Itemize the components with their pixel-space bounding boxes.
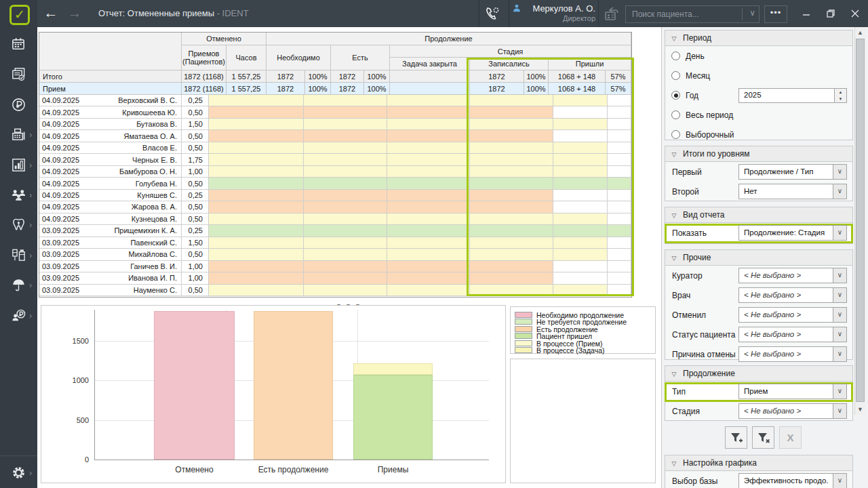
phone-calls-icon[interactable] <box>484 5 500 22</box>
table-row[interactable]: 04.09.2025Кузнецова Я.0,50 <box>39 214 631 225</box>
bar-В процессе (Прием) <box>353 363 433 375</box>
column-header: Необходимо <box>267 45 331 70</box>
table-row[interactable]: 04.09.2025Голубева Н.0,50 <box>39 178 631 189</box>
status-cell <box>470 190 553 201</box>
status-cell <box>209 272 304 283</box>
panel-scrollbar[interactable]: ▲ ▼ <box>854 27 865 415</box>
table-row[interactable]: 03.09.2025Ганичев В. И.1,00 <box>39 261 631 272</box>
search-more-button[interactable]: ••• <box>764 5 787 23</box>
visit-notes-icon <box>11 66 26 82</box>
sidebar-item-insurance-umbrella[interactable]: › <box>0 274 37 297</box>
section-header-other[interactable]: ▽Прочие <box>665 250 852 266</box>
dropdown-Показать[interactable]: Продолжение: Стадия∨ <box>738 225 847 241</box>
scrollbar-thumb[interactable] <box>856 39 865 402</box>
table-row[interactable]: 03.09.2025Павенский С.1,50 <box>39 237 631 249</box>
close-button[interactable] <box>844 0 867 27</box>
sidebar-item-tooth[interactable]: › <box>0 214 37 237</box>
section-header-continuation[interactable]: ▽Продолжение <box>665 366 852 382</box>
dropdown-value: < Не выбрано > <box>744 407 801 415</box>
sidebar: ››››››› › <box>0 27 37 488</box>
search-input[interactable] <box>631 7 738 21</box>
dropdown-Статус пациента[interactable]: < Не выбрано >∨ <box>738 327 847 342</box>
dropdown-Отменил[interactable]: < Не выбрано >∨ <box>738 307 847 323</box>
dropdown-Выбор базы[interactable]: Эффективность продо...∨ <box>738 473 847 488</box>
report-title: Отчет: Отмененные приемы <box>98 8 214 18</box>
radio-unselected[interactable] <box>671 130 680 139</box>
chevron-down-icon[interactable]: ∨ <box>749 8 755 18</box>
sidebar-item-calendar[interactable] <box>0 33 37 56</box>
summary-cell: 57% <box>606 70 631 83</box>
sidebar-item-reports[interactable]: › <box>0 154 37 177</box>
column-header: Записались <box>470 58 549 70</box>
dropdown-Куратор[interactable]: < Не выбрано >∨ <box>738 268 847 283</box>
chart-legend: Необходимо продолжениеНе требуется продо… <box>510 306 656 354</box>
appointment-date: 04.09.2025 <box>39 96 79 104</box>
sidebar-item-payments-ruble[interactable] <box>0 94 37 117</box>
dropdown-Второй[interactable]: Нет∨ <box>738 184 847 199</box>
table-row[interactable]: 04.09.2025Верховский В. С.0,25 <box>39 95 631 106</box>
date-patient-cell: 04.09.2025Власов Е. <box>39 142 182 153</box>
table-row[interactable]: 03.09.2025Иванова И. П.1,00 <box>39 272 631 284</box>
add-filter-button[interactable] <box>725 426 747 449</box>
sidebar-item-salary[interactable]: › <box>0 304 37 327</box>
restore-button[interactable] <box>819 0 842 27</box>
hours-cell: 1,00 <box>182 166 209 177</box>
status-cell <box>209 261 304 272</box>
table-row[interactable]: 04.09.2025Бутакова В.1,50 <box>39 119 631 130</box>
current-user[interactable]: Меркулов А. О. Директор <box>513 3 595 24</box>
summary-cell: 100% <box>364 70 390 83</box>
table-row[interactable]: 04.09.2025Власов Е.0,50 <box>39 142 631 154</box>
status-cell <box>387 154 470 165</box>
section-header-view[interactable]: ▽Вид отчета <box>665 207 852 223</box>
year-spinner[interactable]: 2025▲▼ <box>738 88 847 103</box>
table-row[interactable]: 04.09.2025Бамбурова О. Н.1,00 <box>39 166 631 178</box>
scroll-down-icon[interactable]: ▼ <box>855 404 865 415</box>
filter-label: Показать <box>672 228 707 238</box>
dropdown-Первый[interactable]: Продолжение / Тип∨ <box>738 164 847 180</box>
table-row[interactable]: 04.09.2025Кривошеева Ю.0,50 <box>39 106 631 118</box>
section-header-levels[interactable]: ▽Итоги по уровням <box>665 146 852 162</box>
dropdown-Врач[interactable]: < Не выбрано >∨ <box>738 287 847 303</box>
sidebar-item-cash-register[interactable]: › <box>0 123 37 146</box>
summary-cell: 100% <box>364 83 390 95</box>
summary-row[interactable]: Итого1872 (1168)1 557,251872100%1872100%… <box>39 70 631 83</box>
sidebar-item-visit-notes[interactable] <box>0 63 37 86</box>
status-cell <box>209 154 304 165</box>
back-arrow-icon[interactable]: ← <box>41 0 61 27</box>
sidebar-item-medications[interactable]: › <box>0 244 37 267</box>
radio-unselected[interactable] <box>671 71 680 80</box>
table-row[interactable]: 04.09.2025Жарова В. А.0,50 <box>39 201 631 213</box>
radio-unselected[interactable] <box>671 110 680 119</box>
radio-selected[interactable] <box>671 91 680 100</box>
status-cell <box>470 272 553 283</box>
table-row[interactable]: 03.09.2025Прищемихин К. А.0,25 <box>39 225 631 237</box>
x-axis-label: Приемы <box>326 465 460 474</box>
dropdown-Тип[interactable]: Прием∨ <box>738 384 847 399</box>
sidebar-item-settings[interactable]: › <box>0 462 37 485</box>
dropdown-Стадия[interactable]: < Не выбрано >∨ <box>738 403 847 419</box>
table-row[interactable]: 04.09.2025Черных Е. В.1,75 <box>39 154 631 165</box>
status-cell <box>608 272 631 283</box>
section-period: ▽ПериодДеньМесяцГод2025▲▼Весь периодВыбо… <box>665 30 853 140</box>
hours-cell: 1,50 <box>182 237 209 248</box>
table-row[interactable]: 04.09.2025Куняшев С.0,25 <box>39 190 631 201</box>
filter-label: Стадия <box>672 407 700 416</box>
patient-search[interactable]: ∨ <box>625 5 760 23</box>
scroll-up-icon[interactable]: ▲ <box>855 27 865 38</box>
radio-label: Месяц <box>686 71 710 81</box>
radio-unselected[interactable] <box>671 52 680 60</box>
table-row[interactable]: 03.09.2025Михайлова С.0,50 <box>39 249 631 260</box>
minimize-button[interactable] <box>795 0 818 27</box>
section-header-chart-settings[interactable]: ▽Настройка графика <box>665 455 852 471</box>
status-cell <box>608 166 631 177</box>
dropdown-Причина отмены[interactable]: < Не выбрано >∨ <box>738 346 847 362</box>
date-patient-cell: 03.09.2025Науменко С. <box>39 285 182 296</box>
dropdown-value: < Не выбрано > <box>744 291 801 299</box>
table-row[interactable]: 04.09.2025Яматаева О. А.0,50 <box>39 130 631 142</box>
sidebar-item-patients[interactable]: › <box>0 184 37 207</box>
table-row[interactable]: 03.09.2025Науменко С.0,50 <box>39 285 631 296</box>
clear-filter-button[interactable] <box>752 426 774 449</box>
section-header-period[interactable]: ▽Период <box>665 30 852 46</box>
spinner-arrows-icon[interactable]: ▲▼ <box>834 89 846 102</box>
summary-row[interactable]: Прием1872 (1168)1 557,251872100%1872100%… <box>39 83 631 95</box>
